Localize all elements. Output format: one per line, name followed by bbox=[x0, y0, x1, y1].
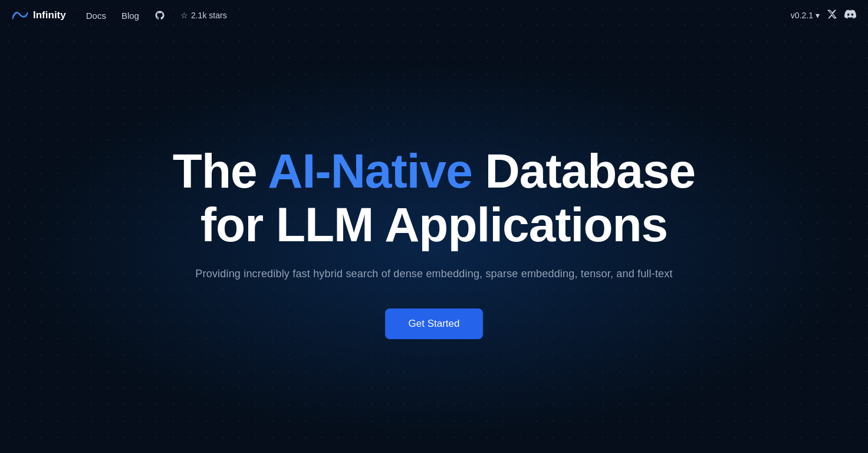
version-label: v0.2.1 bbox=[791, 11, 813, 20]
hero-subtitle: Providing incredibly fast hybrid search … bbox=[195, 268, 672, 280]
version-dropdown[interactable]: v0.2.1 ▾ bbox=[791, 11, 820, 20]
get-started-button[interactable]: Get Started bbox=[385, 308, 484, 339]
nav-docs[interactable]: Docs bbox=[80, 7, 112, 24]
hero-section: The AI-Native Database for LLM Applicati… bbox=[0, 31, 868, 453]
nav-blog[interactable]: Blog bbox=[116, 7, 145, 24]
nav-right: v0.2.1 ▾ bbox=[791, 8, 856, 23]
star-icon: ☆ bbox=[180, 11, 188, 20]
github-stars: ☆ 2.1k stars bbox=[175, 7, 233, 24]
discord-icon bbox=[844, 8, 856, 20]
brand-name: Infinity bbox=[33, 9, 66, 21]
hero-title: The AI-Native Database for LLM Applicati… bbox=[139, 145, 729, 251]
stars-count: 2.1k stars bbox=[191, 11, 227, 20]
hero-title-highlight: AI-Native bbox=[268, 144, 472, 198]
logo-icon bbox=[12, 9, 28, 21]
nav-github-link[interactable] bbox=[149, 6, 171, 24]
twitter-icon bbox=[827, 9, 837, 19]
nav-logo[interactable]: Infinity bbox=[12, 9, 66, 21]
nav-links: Docs Blog ☆ 2.1k stars bbox=[80, 6, 791, 24]
github-icon bbox=[154, 10, 165, 21]
navbar: Infinity Docs Blog ☆ 2.1k stars v0.2.1 ▾ bbox=[0, 0, 868, 31]
discord-link[interactable] bbox=[844, 8, 856, 23]
twitter-link[interactable] bbox=[827, 9, 837, 22]
chevron-down-icon: ▾ bbox=[816, 11, 820, 20]
hero-title-part1: The bbox=[173, 144, 268, 198]
